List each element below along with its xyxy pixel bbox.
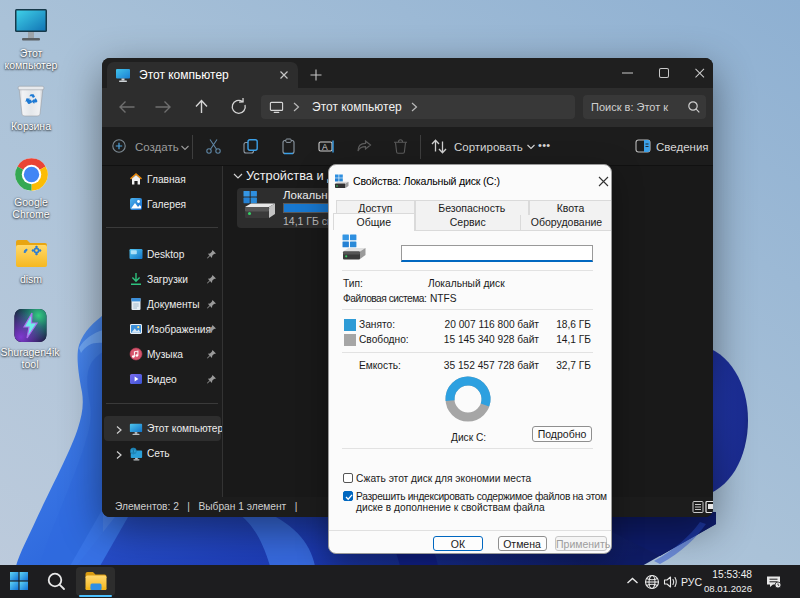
svg-text:A: A [322,142,328,152]
